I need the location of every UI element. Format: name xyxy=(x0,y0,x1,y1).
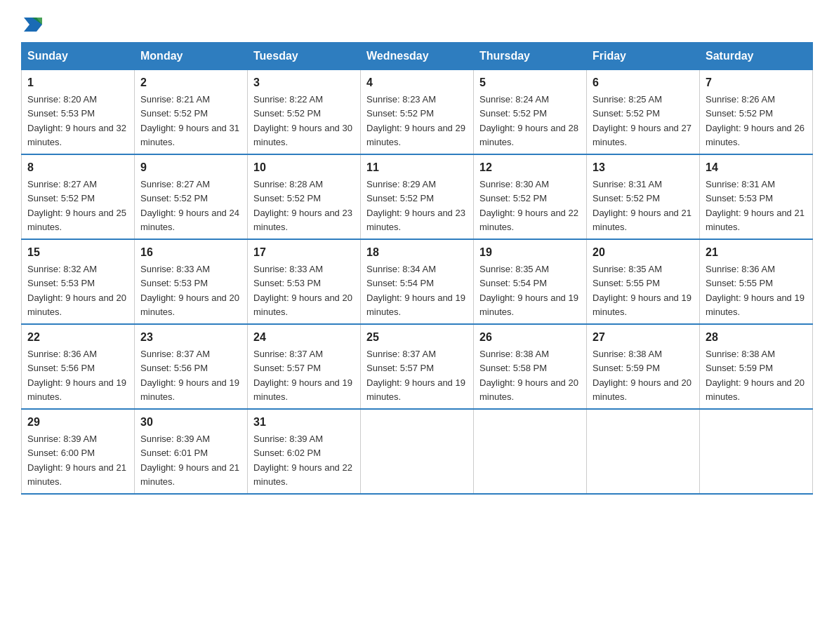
week-row-3: 15Sunrise: 8:32 AMSunset: 5:53 PMDayligh… xyxy=(22,239,813,324)
day-cell-2: 2Sunrise: 8:21 AMSunset: 5:52 PMDaylight… xyxy=(135,70,248,155)
day-cell-18: 18Sunrise: 8:34 AMSunset: 5:54 PMDayligh… xyxy=(361,239,474,324)
day-number: 5 xyxy=(479,74,581,91)
day-number: 11 xyxy=(366,159,468,176)
day-number: 10 xyxy=(253,159,355,176)
day-info: Sunrise: 8:27 AMSunset: 5:52 PMDaylight:… xyxy=(27,179,126,232)
day-info: Sunrise: 8:38 AMSunset: 5:59 PMDaylight:… xyxy=(706,349,805,402)
day-cell-8: 8Sunrise: 8:27 AMSunset: 5:52 PMDaylight… xyxy=(22,154,135,239)
day-cell-29: 29Sunrise: 8:39 AMSunset: 6:00 PMDayligh… xyxy=(22,409,135,494)
day-cell-25: 25Sunrise: 8:37 AMSunset: 5:57 PMDayligh… xyxy=(361,324,474,409)
day-info: Sunrise: 8:39 AMSunset: 6:00 PMDaylight:… xyxy=(27,434,126,487)
day-number: 8 xyxy=(27,159,128,176)
day-number: 7 xyxy=(706,74,807,91)
day-cell-5: 5Sunrise: 8:24 AMSunset: 5:52 PMDaylight… xyxy=(474,70,587,155)
day-cell-14: 14Sunrise: 8:31 AMSunset: 5:53 PMDayligh… xyxy=(700,154,813,239)
header-wednesday: Wednesday xyxy=(361,43,474,70)
day-info: Sunrise: 8:25 AMSunset: 5:52 PMDaylight:… xyxy=(593,94,691,147)
day-info: Sunrise: 8:33 AMSunset: 5:53 PMDaylight:… xyxy=(253,264,352,317)
day-number: 30 xyxy=(140,414,241,431)
day-cell-11: 11Sunrise: 8:29 AMSunset: 5:52 PMDayligh… xyxy=(361,154,474,239)
week-row-4: 22Sunrise: 8:36 AMSunset: 5:56 PMDayligh… xyxy=(22,324,813,409)
day-cell-4: 4Sunrise: 8:23 AMSunset: 5:52 PMDaylight… xyxy=(361,70,474,155)
day-info: Sunrise: 8:39 AMSunset: 6:02 PMDaylight:… xyxy=(253,434,352,487)
day-number: 31 xyxy=(253,414,355,431)
day-info: Sunrise: 8:34 AMSunset: 5:54 PMDaylight:… xyxy=(366,264,465,317)
header-thursday: Thursday xyxy=(474,43,587,70)
day-info: Sunrise: 8:21 AMSunset: 5:52 PMDaylight:… xyxy=(140,94,239,147)
day-cell-23: 23Sunrise: 8:37 AMSunset: 5:56 PMDayligh… xyxy=(135,324,248,409)
day-number: 20 xyxy=(593,244,694,261)
day-cell-15: 15Sunrise: 8:32 AMSunset: 5:53 PMDayligh… xyxy=(22,239,135,324)
logo xyxy=(21,14,44,35)
day-number: 22 xyxy=(27,329,128,346)
day-cell-31: 31Sunrise: 8:39 AMSunset: 6:02 PMDayligh… xyxy=(248,409,361,494)
day-info: Sunrise: 8:38 AMSunset: 5:58 PMDaylight:… xyxy=(479,349,578,402)
day-number: 26 xyxy=(479,329,581,346)
day-cell-6: 6Sunrise: 8:25 AMSunset: 5:52 PMDaylight… xyxy=(587,70,700,155)
day-info: Sunrise: 8:27 AMSunset: 5:52 PMDaylight:… xyxy=(140,179,239,232)
day-cell-20: 20Sunrise: 8:35 AMSunset: 5:55 PMDayligh… xyxy=(587,239,700,324)
day-info: Sunrise: 8:29 AMSunset: 5:52 PMDaylight:… xyxy=(366,179,465,232)
empty-cell xyxy=(361,409,474,494)
day-info: Sunrise: 8:37 AMSunset: 5:57 PMDaylight:… xyxy=(366,349,465,402)
day-info: Sunrise: 8:32 AMSunset: 5:53 PMDaylight:… xyxy=(27,264,126,317)
day-number: 24 xyxy=(253,329,355,346)
day-info: Sunrise: 8:37 AMSunset: 5:57 PMDaylight:… xyxy=(253,349,352,402)
day-info: Sunrise: 8:23 AMSunset: 5:52 PMDaylight:… xyxy=(366,94,465,147)
day-info: Sunrise: 8:36 AMSunset: 5:55 PMDaylight:… xyxy=(706,264,805,317)
day-number: 19 xyxy=(479,244,581,261)
day-info: Sunrise: 8:35 AMSunset: 5:54 PMDaylight:… xyxy=(479,264,578,317)
day-info: Sunrise: 8:26 AMSunset: 5:52 PMDaylight:… xyxy=(706,94,805,147)
day-info: Sunrise: 8:31 AMSunset: 5:53 PMDaylight:… xyxy=(706,179,805,232)
day-cell-12: 12Sunrise: 8:30 AMSunset: 5:52 PMDayligh… xyxy=(474,154,587,239)
day-number: 6 xyxy=(593,74,694,91)
day-info: Sunrise: 8:35 AMSunset: 5:55 PMDaylight:… xyxy=(593,264,691,317)
day-cell-13: 13Sunrise: 8:31 AMSunset: 5:52 PMDayligh… xyxy=(587,154,700,239)
day-number: 4 xyxy=(366,74,468,91)
day-info: Sunrise: 8:24 AMSunset: 5:52 PMDaylight:… xyxy=(479,94,578,147)
day-cell-17: 17Sunrise: 8:33 AMSunset: 5:53 PMDayligh… xyxy=(248,239,361,324)
page-header xyxy=(21,14,813,35)
day-cell-27: 27Sunrise: 8:38 AMSunset: 5:59 PMDayligh… xyxy=(587,324,700,409)
day-number: 28 xyxy=(706,329,807,346)
day-info: Sunrise: 8:38 AMSunset: 5:59 PMDaylight:… xyxy=(593,349,691,402)
day-cell-21: 21Sunrise: 8:36 AMSunset: 5:55 PMDayligh… xyxy=(700,239,813,324)
day-number: 13 xyxy=(593,159,694,176)
day-number: 14 xyxy=(706,159,807,176)
week-row-2: 8Sunrise: 8:27 AMSunset: 5:52 PMDaylight… xyxy=(22,154,813,239)
day-number: 29 xyxy=(27,414,128,431)
day-cell-19: 19Sunrise: 8:35 AMSunset: 5:54 PMDayligh… xyxy=(474,239,587,324)
day-info: Sunrise: 8:31 AMSunset: 5:52 PMDaylight:… xyxy=(593,179,691,232)
day-info: Sunrise: 8:22 AMSunset: 5:52 PMDaylight:… xyxy=(253,94,352,147)
day-cell-10: 10Sunrise: 8:28 AMSunset: 5:52 PMDayligh… xyxy=(248,154,361,239)
day-number: 12 xyxy=(479,159,581,176)
day-number: 17 xyxy=(253,244,355,261)
day-number: 3 xyxy=(253,74,355,91)
day-number: 18 xyxy=(366,244,468,261)
week-row-5: 29Sunrise: 8:39 AMSunset: 6:00 PMDayligh… xyxy=(22,409,813,494)
header-monday: Monday xyxy=(135,43,248,70)
day-cell-3: 3Sunrise: 8:22 AMSunset: 5:52 PMDaylight… xyxy=(248,70,361,155)
day-number: 27 xyxy=(593,329,694,346)
day-cell-30: 30Sunrise: 8:39 AMSunset: 6:01 PMDayligh… xyxy=(135,409,248,494)
day-number: 9 xyxy=(140,159,241,176)
header-saturday: Saturday xyxy=(700,43,813,70)
empty-cell xyxy=(587,409,700,494)
day-info: Sunrise: 8:28 AMSunset: 5:52 PMDaylight:… xyxy=(253,179,352,232)
calendar-table: Sunday Monday Tuesday Wednesday Thursday… xyxy=(21,42,813,495)
header-friday: Friday xyxy=(587,43,700,70)
empty-cell xyxy=(474,409,587,494)
day-number: 2 xyxy=(140,74,241,91)
day-info: Sunrise: 8:20 AMSunset: 5:53 PMDaylight:… xyxy=(27,94,126,147)
header-tuesday: Tuesday xyxy=(248,43,361,70)
day-cell-28: 28Sunrise: 8:38 AMSunset: 5:59 PMDayligh… xyxy=(700,324,813,409)
day-cell-7: 7Sunrise: 8:26 AMSunset: 5:52 PMDaylight… xyxy=(700,70,813,155)
day-number: 21 xyxy=(706,244,807,261)
empty-cell xyxy=(700,409,813,494)
weekday-header-row: Sunday Monday Tuesday Wednesday Thursday… xyxy=(22,43,813,70)
day-info: Sunrise: 8:37 AMSunset: 5:56 PMDaylight:… xyxy=(140,349,239,402)
logo-icon xyxy=(22,14,44,35)
day-cell-26: 26Sunrise: 8:38 AMSunset: 5:58 PMDayligh… xyxy=(474,324,587,409)
day-number: 1 xyxy=(27,74,128,91)
day-cell-24: 24Sunrise: 8:37 AMSunset: 5:57 PMDayligh… xyxy=(248,324,361,409)
